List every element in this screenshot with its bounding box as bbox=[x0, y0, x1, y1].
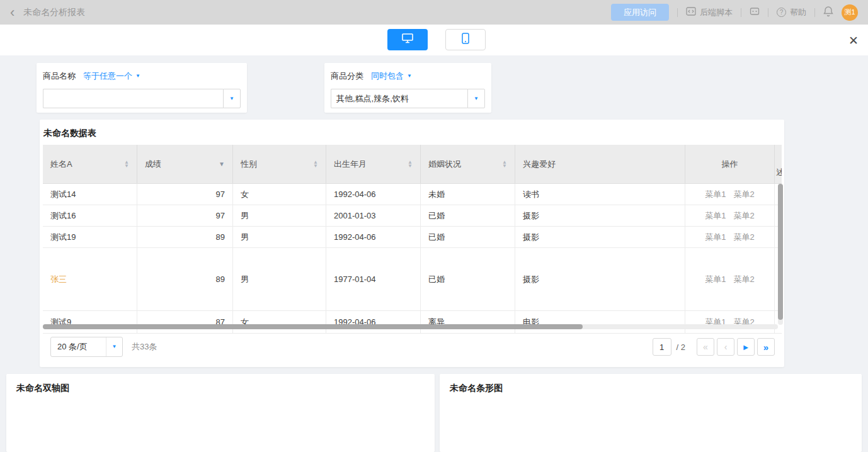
record-link[interactable]: 张三 bbox=[50, 274, 67, 285]
filter-operator-dropdown[interactable]: 等于任意一个 ▼ bbox=[83, 71, 140, 82]
bell-icon bbox=[823, 6, 833, 19]
column-header-birthday[interactable]: 出生年月 ▲▼ bbox=[326, 145, 421, 183]
cell-name: 测试16 bbox=[43, 205, 137, 226]
cell-actions: 菜单1 菜单2 bbox=[685, 205, 775, 226]
cell-score: 87 bbox=[137, 311, 233, 333]
device-toggle bbox=[387, 29, 486, 50]
table-row[interactable]: 测试14 97 女 1992-04-06 未婚 读书 菜单1 菜单2 bbox=[43, 184, 782, 205]
last-page-button[interactable]: » bbox=[757, 338, 775, 356]
column-header-partial[interactable]: 述 bbox=[775, 145, 782, 183]
filter-label: 商品分类 bbox=[331, 71, 363, 82]
column-label: 婚姻状况 bbox=[428, 159, 461, 170]
filter-dropdown-button[interactable]: ▼ bbox=[467, 89, 485, 108]
sort-desc-icon[interactable]: ▼ bbox=[219, 161, 225, 167]
total-count: 共33条 bbox=[132, 341, 157, 353]
table-row[interactable]: 张三 89 男 1977-01-04 已婚 摄影 菜单1 菜单2 bbox=[43, 248, 782, 311]
close-icon[interactable]: ✕ bbox=[845, 32, 862, 48]
backend-script-label: 后端脚本 bbox=[700, 7, 733, 18]
cell-actions: 菜单1 菜单2 bbox=[685, 227, 775, 247]
column-label: 操作 bbox=[722, 159, 738, 170]
action-menu1[interactable]: 菜单1 bbox=[705, 232, 726, 243]
chevron-down-icon: ▼ bbox=[135, 74, 140, 79]
table-row[interactable]: 测试16 97 男 2001-01-03 已婚 摄影 菜单1 菜单2 bbox=[43, 205, 782, 227]
cell-birthday: 1992-04-06 bbox=[326, 184, 421, 205]
cell-score: 97 bbox=[137, 184, 233, 205]
vertical-scrollbar-thumb[interactable] bbox=[778, 184, 783, 320]
data-table-card: 未命名数据表 姓名A ▲▼ 成绩 ▼ 性别 ▲▼ 出生年月 bbox=[40, 120, 784, 367]
cell-name: 测试19 bbox=[43, 227, 137, 247]
action-menu1[interactable]: 菜单1 bbox=[705, 189, 726, 200]
horizontal-scrollbar-thumb[interactable] bbox=[43, 324, 583, 329]
notifications-button[interactable] bbox=[823, 6, 833, 19]
filter-operator-dropdown[interactable]: 同时包含 ▼ bbox=[371, 71, 412, 82]
app-access-button[interactable]: 应用访问 bbox=[611, 4, 669, 21]
cell-birthday: 1992-04-06 bbox=[326, 311, 421, 333]
action-menu2[interactable]: 菜单2 bbox=[734, 210, 755, 222]
product-name-input[interactable] bbox=[43, 89, 223, 108]
topbar: ‹ 未命名分析报表 应用访问 后端脚本 ? 帮助 测1 bbox=[0, 0, 868, 25]
vertical-scrollbar[interactable] bbox=[778, 184, 783, 325]
backend-script-button[interactable]: 后端脚本 bbox=[686, 7, 733, 18]
avatar[interactable]: 测1 bbox=[842, 4, 858, 21]
action-menu2[interactable]: 菜单2 bbox=[734, 189, 755, 200]
column-header-gender[interactable]: 性别 ▲▼ bbox=[233, 145, 326, 183]
mobile-mode-button[interactable] bbox=[445, 29, 486, 50]
filter-product-name: 商品名称 等于任意一个 ▼ ▼ bbox=[37, 63, 247, 113]
table-row[interactable]: 测试9 87 女 1992-04-06 离异 电影 菜单1 菜单2 bbox=[43, 311, 782, 334]
cell-gender: 女 bbox=[233, 311, 326, 333]
product-category-select[interactable]: 其他,糕点,辣条,饮料 bbox=[331, 89, 467, 108]
help-button[interactable]: ? 帮助 bbox=[777, 7, 806, 18]
chart-title: 未命名条形图 bbox=[450, 383, 852, 394]
page-number-input[interactable] bbox=[653, 338, 671, 356]
app-icon-button[interactable] bbox=[750, 6, 760, 18]
dual-axis-chart-card: 未命名双轴图 bbox=[6, 374, 435, 452]
table-title: 未命名数据表 bbox=[43, 128, 96, 139]
column-header-name[interactable]: 姓名A ▲▼ bbox=[43, 145, 137, 183]
cell-actions: 菜单1 菜单2 bbox=[685, 311, 775, 333]
cell-hobby: 摄影 bbox=[515, 205, 685, 226]
previous-page-button[interactable]: ‹ bbox=[717, 338, 734, 356]
cell-gender: 女 bbox=[233, 184, 326, 205]
divider bbox=[677, 8, 678, 17]
cell-score: 89 bbox=[137, 227, 233, 247]
sort-icon[interactable]: ▲▼ bbox=[408, 161, 413, 168]
cell-name: 测试14 bbox=[43, 184, 137, 205]
divider bbox=[814, 8, 815, 17]
column-header-marital[interactable]: 婚姻状况 ▲▼ bbox=[421, 145, 515, 183]
cell-hobby: 读书 bbox=[515, 184, 685, 205]
cell-birthday: 2001-01-03 bbox=[326, 205, 421, 226]
filter-product-category: 商品分类 同时包含 ▼ 其他,糕点,辣条,饮料 ▼ bbox=[324, 63, 491, 113]
table-row[interactable]: 测试19 89 男 1992-04-06 已婚 摄影 菜单1 菜单2 bbox=[43, 227, 782, 248]
column-label: 述 bbox=[776, 167, 782, 178]
column-header-hobby[interactable]: 兴趣爱好 bbox=[515, 145, 685, 183]
product-category-value: 其他,糕点,辣条,饮料 bbox=[336, 93, 409, 105]
action-menu1[interactable]: 菜单1 bbox=[705, 274, 726, 285]
sort-icon[interactable]: ▲▼ bbox=[502, 161, 507, 168]
filter-dropdown-button[interactable]: ▼ bbox=[223, 89, 241, 108]
cell-hobby: 电影 bbox=[515, 311, 685, 333]
cell-gender: 男 bbox=[233, 227, 326, 247]
sort-icon[interactable]: ▲▼ bbox=[313, 161, 318, 168]
cell-hobby: 摄影 bbox=[515, 248, 685, 310]
cell-birthday: 1992-04-06 bbox=[326, 227, 421, 247]
next-page-button[interactable]: ▶ bbox=[737, 338, 755, 356]
help-icon: ? bbox=[777, 8, 786, 17]
desktop-mode-button[interactable] bbox=[387, 29, 428, 50]
back-icon[interactable]: ‹ bbox=[10, 6, 14, 19]
page-size-select[interactable]: 20 条/页 ▼ bbox=[50, 337, 123, 357]
page-size-value: 20 条/页 bbox=[51, 341, 106, 353]
table-header-row: 姓名A ▲▼ 成绩 ▼ 性别 ▲▼ 出生年月 ▲▼ bbox=[43, 145, 782, 184]
chevron-down-icon: ▼ bbox=[229, 96, 234, 101]
script-icon bbox=[686, 7, 696, 18]
action-menu2[interactable]: 菜单2 bbox=[734, 274, 755, 285]
cell-score: 97 bbox=[137, 205, 233, 226]
first-page-button[interactable]: « bbox=[697, 338, 714, 356]
sort-icon[interactable]: ▲▼ bbox=[124, 161, 129, 168]
column-header-score[interactable]: 成绩 ▼ bbox=[137, 145, 233, 183]
cell-marital: 已婚 bbox=[421, 248, 515, 310]
horizontal-scrollbar[interactable] bbox=[43, 324, 778, 329]
action-menu2[interactable]: 菜单2 bbox=[734, 232, 755, 243]
cell-birthday: 1977-01-04 bbox=[326, 248, 421, 310]
action-menu1[interactable]: 菜单1 bbox=[705, 210, 726, 222]
cell-gender: 男 bbox=[233, 205, 326, 226]
